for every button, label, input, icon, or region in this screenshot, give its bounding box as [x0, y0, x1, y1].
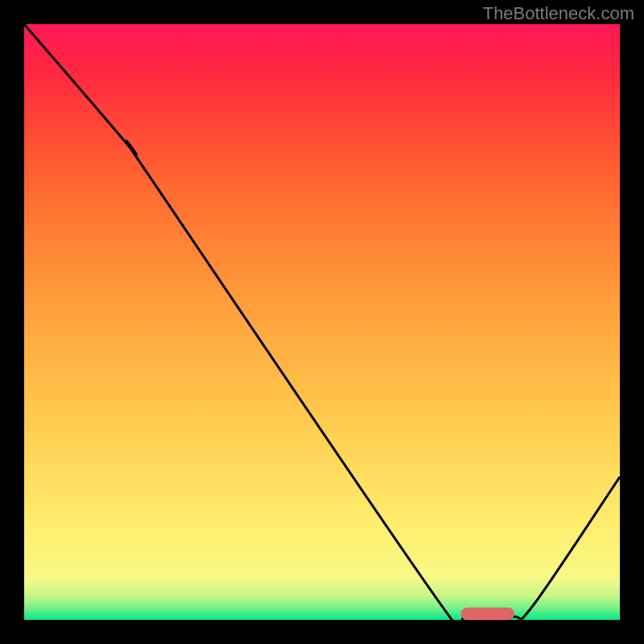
optimal-marker	[460, 608, 514, 621]
chart-svg	[0, 0, 644, 644]
chart-container: TheBottleneck.com	[0, 0, 644, 644]
gradient-background	[24, 24, 620, 620]
plot-area	[24, 24, 620, 641]
